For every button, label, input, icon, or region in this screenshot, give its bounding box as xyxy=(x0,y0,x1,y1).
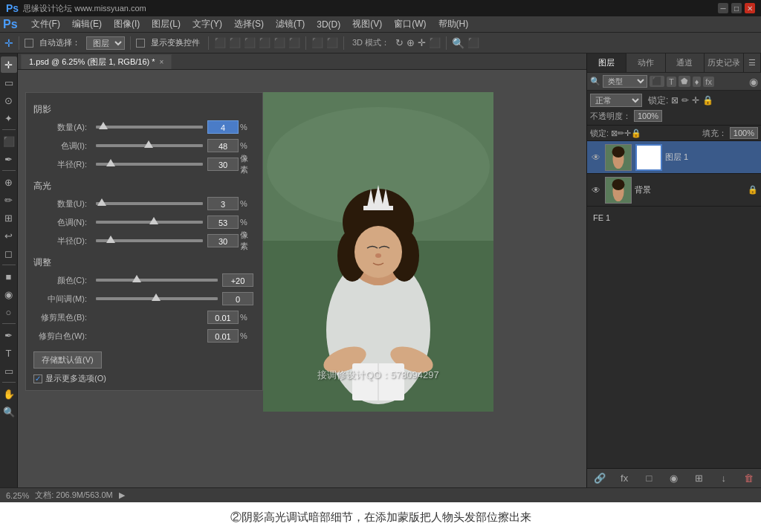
tab-layers[interactable]: 图层 xyxy=(587,53,626,72)
align-center-icon[interactable]: ⬛ xyxy=(229,37,241,48)
tab-history[interactable]: 历史记录 xyxy=(705,53,744,72)
align-top-icon[interactable]: ⬛ xyxy=(259,37,271,48)
move-tool-button[interactable]: ✛ xyxy=(1,56,17,73)
highlight-amount-slider[interactable] xyxy=(96,202,203,205)
effect-filter-icon[interactable]: fx xyxy=(703,77,714,87)
layer-background[interactable]: 👁 背景 🔒 xyxy=(587,174,761,207)
layer-select-dropdown[interactable]: 图层 组 xyxy=(86,36,125,50)
save-defaults-button[interactable]: 存储默认值(V) xyxy=(33,351,102,369)
midtone-value[interactable]: 0 xyxy=(222,292,253,305)
3d-orbit-icon[interactable]: ⊕ xyxy=(407,37,415,48)
new-group-button[interactable]: ⊞ xyxy=(691,471,706,486)
clone-tool-button[interactable]: ⊞ xyxy=(1,210,17,226)
close-button[interactable]: ✕ xyxy=(745,3,755,13)
lock-all-icon[interactable]: 🔒 xyxy=(702,95,713,106)
distribute2-icon[interactable]: ⬛ xyxy=(326,37,338,48)
shape-filter-icon[interactable]: ⬟ xyxy=(679,76,690,87)
tab-channels[interactable]: 通道 xyxy=(666,53,705,72)
midtone-slider[interactable] xyxy=(96,297,218,300)
show-transform-checkbox[interactable] xyxy=(136,39,145,48)
highlight-tone-slider[interactable] xyxy=(96,221,203,224)
minimize-button[interactable]: ─ xyxy=(718,3,728,13)
healing-brush-button[interactable]: ⊕ xyxy=(1,174,17,190)
canvas-area[interactable]: 阴影 数量(A): 4 % 色调(I): xyxy=(18,70,586,487)
color-slider[interactable] xyxy=(96,279,218,282)
menu-window[interactable]: 窗口(W) xyxy=(388,16,432,32)
tab-close-button[interactable]: × xyxy=(160,58,164,66)
menu-3d[interactable]: 3D(D) xyxy=(311,18,346,31)
auto-select-checkbox[interactable] xyxy=(25,39,33,48)
lock-position-icon[interactable]: ✛ xyxy=(692,95,699,106)
link-layers-button[interactable]: 🔗 xyxy=(592,471,607,486)
lasso-tool-button[interactable]: ⊙ xyxy=(1,92,17,108)
layer-type-filter[interactable]: 类型 xyxy=(603,75,647,88)
fill-value-display[interactable]: 100% xyxy=(730,127,758,139)
move-tool-icon[interactable]: ✛ xyxy=(4,37,13,49)
pen-tool-button[interactable]: ✒ xyxy=(1,327,17,343)
layer-item-1[interactable]: 👁 图层 1 xyxy=(587,141,761,174)
dodge-tool-button[interactable]: ○ xyxy=(1,304,17,320)
delete-layer-button[interactable]: 🗑 xyxy=(741,471,756,486)
magic-wand-button[interactable]: ✦ xyxy=(1,110,17,126)
shadow-amount-slider[interactable] xyxy=(96,126,203,129)
select-tool-button[interactable]: ▭ xyxy=(1,74,17,91)
text-tool-button[interactable]: T xyxy=(1,345,17,361)
text-filter-icon[interactable]: T xyxy=(667,77,676,87)
highlight-tone-value[interactable]: 53 xyxy=(207,215,239,229)
highlight-radius-value[interactable]: 30 xyxy=(207,234,239,247)
align-left-icon[interactable]: ⬛ xyxy=(214,37,226,48)
shadow-tone-slider[interactable] xyxy=(96,144,203,147)
search-icon[interactable]: 🔍 xyxy=(452,37,464,49)
menu-help[interactable]: 帮助(H) xyxy=(433,16,475,32)
shadow-amount-value[interactable]: 4 xyxy=(207,120,239,134)
shadow-radius-value[interactable]: 30 xyxy=(207,158,239,171)
lock-transparent-icon[interactable]: ⊠ xyxy=(671,95,679,106)
shadow-tone-value[interactable]: 48 xyxy=(207,139,239,152)
lock-brush-icon[interactable]: ✏ xyxy=(681,95,689,106)
eyedropper-button[interactable]: ✒ xyxy=(1,151,17,167)
arrow-right-icon[interactable]: ▶ xyxy=(119,490,125,500)
blend-mode-select[interactable]: 正常 正片叠底 滤色 xyxy=(590,94,642,107)
3d-scale-icon[interactable]: ⬛ xyxy=(429,37,441,48)
menu-select[interactable]: 选择(S) xyxy=(228,16,270,32)
new-adjustment-button[interactable]: ◉ xyxy=(667,471,681,486)
opacity-value-display[interactable]: 100% xyxy=(634,110,662,122)
layer-bg-visibility[interactable]: 👁 xyxy=(590,184,602,196)
shape-tool-button[interactable]: ▭ xyxy=(1,363,17,379)
menu-image[interactable]: 图像(I) xyxy=(108,16,146,32)
color-value[interactable]: +20 xyxy=(222,273,253,287)
menu-view[interactable]: 视图(V) xyxy=(346,16,388,32)
gradient-tool-button[interactable]: ■ xyxy=(1,268,17,285)
view-mode-icon[interactable]: ⬛ xyxy=(467,37,479,48)
pixel-filter-icon[interactable]: ⬛ xyxy=(650,76,664,87)
menu-edit[interactable]: 编辑(E) xyxy=(66,16,108,32)
menu-text[interactable]: 文字(Y) xyxy=(187,16,228,32)
history-brush-button[interactable]: ↩ xyxy=(1,227,17,244)
title-right[interactable]: ─ □ ✕ xyxy=(718,3,755,13)
hand-tool-button[interactable]: ✋ xyxy=(1,386,17,402)
blur-tool-button[interactable]: ◉ xyxy=(1,286,17,302)
menu-filter[interactable]: 滤镜(T) xyxy=(270,16,311,32)
menu-file[interactable]: 文件(F) xyxy=(25,16,66,32)
highlight-amount-value[interactable]: 3 xyxy=(207,197,239,210)
show-more-checkbox[interactable]: ✓ xyxy=(33,374,42,383)
maximize-button[interactable]: □ xyxy=(731,3,742,13)
clip-black-value[interactable]: 0.01 xyxy=(207,311,239,324)
zoom-tool-button[interactable]: 🔍 xyxy=(1,403,17,420)
distribute-icon[interactable]: ⬛ xyxy=(311,37,323,48)
document-tab[interactable]: 1.psd @ 6.25% (图层 1, RGB/16) * × xyxy=(21,54,172,69)
tab-actions[interactable]: 动作 xyxy=(626,53,666,72)
tab-menu-icon[interactable]: ☰ xyxy=(744,53,761,72)
crop-tool-button[interactable]: ⬛ xyxy=(1,133,17,149)
layer-1-visibility[interactable]: 👁 xyxy=(590,152,602,163)
filter-toggle[interactable]: ◉ xyxy=(749,76,758,88)
new-layer-button[interactable]: ↓ xyxy=(716,471,731,486)
add-mask-button[interactable]: □ xyxy=(642,471,657,486)
eraser-tool-button[interactable]: ◻ xyxy=(1,245,17,262)
align-bottom-icon[interactable]: ⬛ xyxy=(288,37,300,48)
clip-white-value[interactable]: 0.01 xyxy=(207,329,239,343)
smart-filter-icon[interactable]: ♦ xyxy=(693,77,702,87)
highlight-radius-slider[interactable] xyxy=(96,239,203,242)
3d-pan-icon[interactable]: ✛ xyxy=(418,37,426,48)
menu-layer[interactable]: 图层(L) xyxy=(146,16,187,32)
